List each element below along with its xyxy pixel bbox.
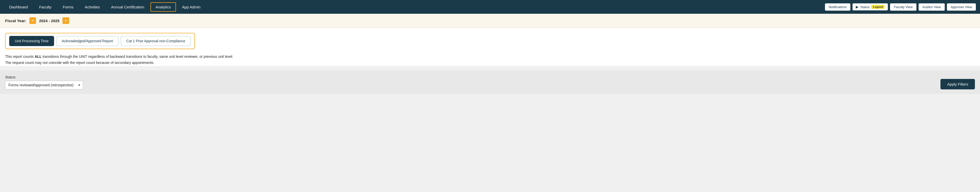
nav-item-faculty[interactable]: Faculty — [34, 2, 56, 12]
approver-view-button[interactable]: Approver View — [947, 3, 976, 11]
description-line2: The request count may not coincide with … — [5, 60, 975, 66]
nav-item-activities[interactable]: Activities — [80, 2, 105, 12]
auditor-view-button[interactable]: Auditor View — [918, 3, 945, 11]
status-filter-label: Status: — [5, 75, 83, 79]
apply-filters-button[interactable]: Apply Filters — [940, 79, 975, 90]
legend-badge: Legend — [871, 5, 885, 9]
description: This report counts ALL transitions throu… — [5, 54, 975, 66]
status-select[interactable]: Forms reviewed/approved (retrospective)F… — [5, 81, 83, 90]
nav-item-app-admin[interactable]: App Admin — [177, 2, 206, 12]
status-select-wrapper: Forms reviewed/approved (retrospective)F… — [5, 81, 83, 90]
tab-acknowledged-approved-report[interactable]: Acknowledged/Approved Report — [56, 36, 119, 46]
tab-unit-processing-time[interactable]: Unit Processing Time — [9, 36, 54, 46]
filter-section: Status: Forms reviewed/approved (retrosp… — [0, 71, 980, 94]
notifications-button[interactable]: Notifications — [825, 3, 851, 11]
desc-prefix: This report counts — [5, 55, 35, 58]
nav-item-forms[interactable]: Forms — [58, 2, 79, 12]
main-content: Unit Processing TimeAcknowledged/Approve… — [0, 28, 980, 66]
fiscal-prev-button[interactable]: < — [29, 17, 36, 24]
faculty-view-button[interactable]: Faculty View — [890, 3, 916, 11]
tab-cat1-prior-approval[interactable]: Cat 1 Prior Approval non-Compliance — [121, 36, 191, 46]
fiscal-year-bar: Fiscal Year: < 2024 - 2025 > — [0, 14, 980, 28]
status-label: Status — [860, 5, 870, 9]
nav-item-annual-certification[interactable]: Annual Certification — [106, 2, 149, 12]
nav-right: Notifications ▶ Status Legend Faculty Vi… — [825, 3, 976, 11]
status-legend-button[interactable]: ▶ Status Legend — [853, 3, 888, 11]
nav-item-analytics[interactable]: Analytics — [151, 2, 176, 12]
filter-group: Status: Forms reviewed/approved (retrosp… — [5, 75, 83, 90]
description-line1: This report counts ALL transitions throu… — [5, 54, 975, 60]
desc-suffix: transitions through the UNIT regardless … — [41, 55, 233, 58]
fiscal-year-label: Fiscal Year: — [5, 19, 26, 23]
nav-item-dashboard[interactable]: Dashboard — [4, 2, 33, 12]
desc-bold: ALL — [35, 55, 41, 58]
status-icon: ▶ — [856, 5, 859, 9]
tabs-container: Unit Processing TimeAcknowledged/Approve… — [5, 33, 195, 49]
navbar: DashboardFacultyFormsActivitiesAnnual Ce… — [0, 0, 980, 14]
nav-items: DashboardFacultyFormsActivitiesAnnual Ce… — [4, 2, 825, 12]
fiscal-year-text: 2024 - 2025 — [39, 19, 59, 23]
fiscal-next-button[interactable]: > — [62, 17, 69, 24]
